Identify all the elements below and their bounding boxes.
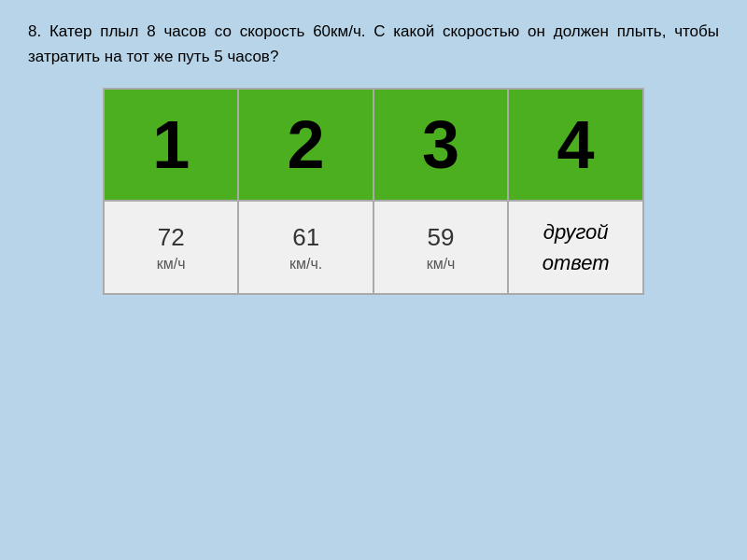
option-1-value: 72	[114, 223, 228, 252]
option-3-unit: км/ч	[384, 256, 498, 273]
option-3-number: 3	[422, 107, 459, 182]
option-2-number: 2	[288, 107, 325, 182]
option-2-unit: км/ч.	[248, 256, 362, 273]
option-3-bottom[interactable]: 59 км/ч	[374, 201, 508, 294]
option-1-top[interactable]: 1	[104, 89, 238, 201]
option-4-other: другой ответ	[543, 220, 610, 274]
option-3-top[interactable]: 3	[374, 89, 508, 201]
option-4-number: 4	[557, 107, 595, 182]
question-text: 8. Катер плыл 8 часов со скорость 60км/ч…	[28, 19, 719, 69]
option-2-bottom[interactable]: 61 км/ч.	[238, 201, 373, 294]
option-3-value: 59	[384, 223, 498, 252]
option-2-value: 61	[248, 223, 362, 252]
option-4-bottom[interactable]: другой ответ	[508, 201, 643, 294]
option-1-bottom[interactable]: 72 км/ч	[104, 201, 238, 294]
answer-table: 1 2 3 4 72 км/ч 61 км/ч. 59 км/ч	[103, 88, 644, 295]
main-container: 8. Катер плыл 8 часов со скорость 60км/ч…	[28, 19, 719, 295]
option-2-top[interactable]: 2	[238, 89, 373, 201]
option-1-number: 1	[152, 107, 190, 182]
option-4-top[interactable]: 4	[508, 89, 643, 201]
option-1-unit: км/ч	[114, 256, 228, 273]
